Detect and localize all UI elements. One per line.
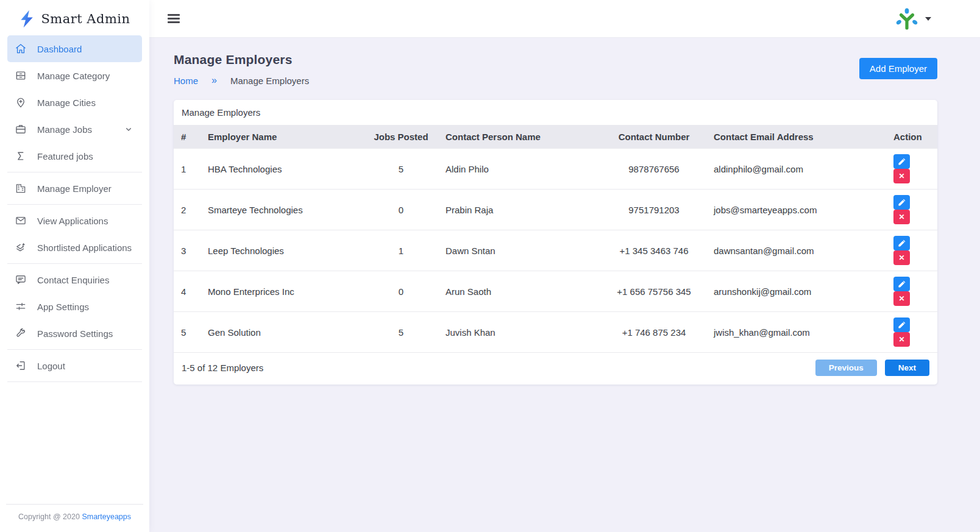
category-icon [15, 69, 27, 82]
delete-button[interactable]: ✕ [893, 332, 910, 347]
edit-button[interactable] [893, 236, 910, 250]
avatar [894, 6, 920, 32]
cell-jobs-posted: 5 [364, 149, 438, 190]
profile-menu[interactable] [894, 6, 931, 32]
delete-button[interactable]: ✕ [893, 250, 910, 265]
logout-icon [15, 360, 27, 372]
sidebar-item-password-settings[interactable]: Password Settings [0, 320, 149, 347]
sidebar-nav: Dashboard Manage Category Manage Cities [0, 35, 149, 382]
chevron-down-icon [124, 124, 133, 134]
cell-contact-email: jobs@smarteyeapps.com [706, 190, 886, 230]
divider [7, 381, 142, 382]
delete-button[interactable]: ✕ [893, 291, 910, 306]
col-jobs-posted: Jobs Posted [364, 126, 438, 149]
divider [7, 349, 142, 350]
next-button[interactable]: Next [885, 360, 929, 376]
sidebar-item-dashboard[interactable]: Dashboard [7, 35, 142, 62]
cell-num: 4 [174, 271, 201, 312]
sidebar-item-label: Featured jobs [37, 151, 93, 161]
sidebar-item-manage-jobs[interactable]: Manage Jobs [0, 116, 149, 143]
col-action: Action [886, 126, 937, 149]
cell-contact-number: 9878767656 [602, 149, 706, 190]
cell-contact-email: jwish_khan@gmail.com [706, 312, 886, 353]
sidebar-item-label: Shortlisted Applications [37, 243, 132, 253]
sidebar-item-label: Contact Enquiries [37, 275, 109, 285]
main-content: Manage Employers Home » Manage Employers… [149, 38, 980, 532]
sidebar-item-label: View Applications [37, 216, 108, 226]
cell-employer-name: Mono Enterprices Inc [201, 271, 364, 312]
previous-button[interactable]: Previous [815, 360, 877, 376]
envelope-icon [15, 215, 27, 227]
edit-button[interactable] [893, 277, 910, 291]
sidebar: Smart Admin Dashboard Manage Category [0, 0, 149, 532]
sidebar-item-contact-enquiries[interactable]: Contact Enquiries [0, 266, 149, 293]
sidebar-item-logout[interactable]: Logout [0, 352, 149, 379]
cell-contact-person: Juvish Khan [438, 312, 602, 353]
table-row: 2 Smarteye Technologies 0 Prabin Raja 97… [174, 190, 937, 230]
breadcrumb-separator: » [211, 75, 217, 86]
sidebar-item-shortlisted-applications[interactable]: Shortlisted Applications [0, 234, 149, 261]
cell-contact-person: Aldin Philo [438, 149, 602, 190]
cell-contact-email: dawnsantan@gmail.com [706, 230, 886, 271]
sidebar-item-view-applications[interactable]: View Applications [0, 207, 149, 234]
edit-button[interactable] [893, 154, 910, 169]
pagination-summary: 1-5 of 12 Employers [182, 363, 263, 373]
sidebar-item-app-settings[interactable]: App Settings [0, 293, 149, 320]
brand-name: Smart Admin [41, 12, 130, 26]
add-employer-button[interactable]: Add Employer [859, 58, 937, 79]
col-contact-number: Contact Number [602, 126, 706, 149]
table-row: 3 Leep Technologies 1 Dawn Sntan +1 345 … [174, 230, 937, 271]
cell-action: ✕ [886, 312, 937, 353]
sidebar-item-manage-category[interactable]: Manage Category [0, 62, 149, 89]
cell-action: ✕ [886, 190, 937, 230]
sidebar-item-label: Dashboard [37, 44, 82, 54]
sidebar-footer: Copyright @ 2020 Smarteyeapps [0, 496, 149, 532]
col-contact-person: Contact Person Name [438, 126, 602, 149]
delete-button[interactable]: ✕ [893, 169, 910, 183]
smarteyeapps-link[interactable]: Smarteyeapps [82, 512, 131, 521]
sidebar-item-label: App Settings [37, 302, 89, 312]
wrench-icon [15, 327, 27, 339]
sliders-icon [15, 300, 27, 313]
table-row: 5 Gen Solution 5 Juvish Khan +1 746 875 … [174, 312, 937, 353]
cell-num: 5 [174, 312, 201, 353]
cell-jobs-posted: 1 [364, 230, 438, 271]
sidebar-item-label: Manage Employer [37, 183, 112, 194]
cell-contact-number: 9751791203 [602, 190, 706, 230]
cell-action: ✕ [886, 230, 937, 271]
cell-employer-name: HBA Technologies [201, 149, 364, 190]
cell-num: 2 [174, 190, 201, 230]
cell-contact-email: arunshonkij@gmail.com [706, 271, 886, 312]
hamburger-menu-icon[interactable] [168, 12, 180, 26]
cell-employer-name: Gen Solution [201, 312, 364, 353]
cell-contact-number: +1 746 875 234 [602, 312, 706, 353]
col-contact-email: Contact Email Address [706, 126, 886, 149]
edit-button[interactable] [893, 195, 910, 210]
cell-contact-number: +1 345 3463 746 [602, 230, 706, 271]
sidebar-item-manage-cities[interactable]: Manage Cities [0, 89, 149, 116]
cell-action: ✕ [886, 271, 937, 312]
breadcrumb-home-link[interactable]: Home [174, 76, 198, 86]
cell-contact-number: +1 656 75756 345 [602, 271, 706, 312]
divider [7, 204, 142, 205]
card-title: Manage Employers [174, 100, 937, 126]
cell-employer-name: Smarteye Technologies [201, 190, 364, 230]
sidebar-item-label: Password Settings [37, 328, 113, 339]
col-employer-name: Employer Name [201, 126, 364, 149]
cell-jobs-posted: 5 [364, 312, 438, 353]
cell-contact-person: Arun Saoth [438, 271, 602, 312]
sidebar-item-featured-jobs[interactable]: Featured jobs [0, 143, 149, 169]
cell-num: 3 [174, 230, 201, 271]
building-icon [15, 182, 27, 194]
employers-card: Manage Employers # Employer Name Jobs Po… [174, 100, 937, 385]
table-row: 1 HBA Technologies 5 Aldin Philo 9878767… [174, 149, 937, 190]
sidebar-item-manage-employer[interactable]: Manage Employer [0, 175, 149, 202]
edit-button[interactable] [893, 317, 910, 332]
brand: Smart Admin [0, 0, 149, 35]
delete-button[interactable]: ✕ [893, 210, 910, 224]
label-important-icon [15, 150, 27, 162]
breadcrumb: Home » Manage Employers [174, 75, 309, 86]
sidebar-item-label: Manage Category [37, 71, 110, 81]
page-title: Manage Employers [174, 52, 309, 67]
cell-num: 1 [174, 149, 201, 190]
